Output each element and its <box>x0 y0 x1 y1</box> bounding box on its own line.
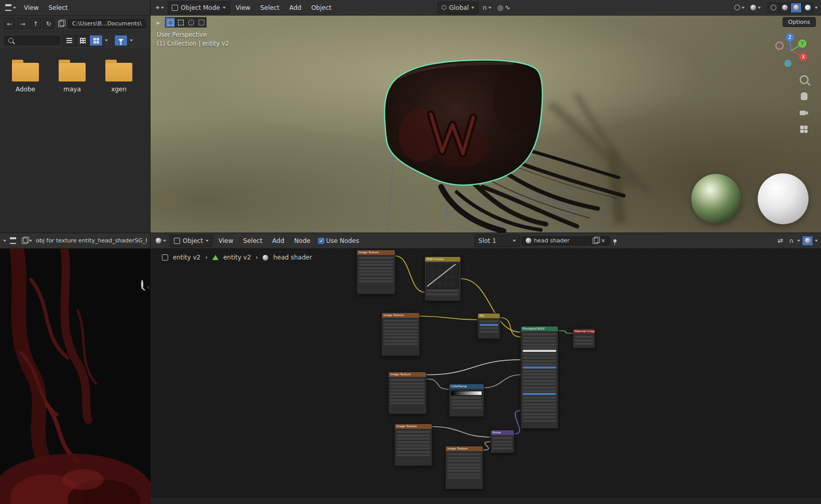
pin-button[interactable] <box>611 238 619 243</box>
overlay-toggle-button[interactable] <box>802 236 813 246</box>
unlink-material-icon[interactable]: × <box>601 237 606 244</box>
expand-icon: ▸ <box>157 19 160 26</box>
snap-options-chevron[interactable] <box>797 240 800 242</box>
shading-rendered-button[interactable] <box>802 3 813 13</box>
image-editor-canvas[interactable]: ‹ <box>0 249 150 504</box>
shader-node-image-texture-2[interactable]: Image Texture <box>381 312 420 356</box>
back-button[interactable]: ← <box>4 18 15 29</box>
curve-widget[interactable] <box>427 264 459 289</box>
display-options-chevron[interactable] <box>105 39 108 42</box>
image-editor-panel: obj for texture entity_head_shaderSG_Ba <box>0 233 150 504</box>
shader-node-image-texture-4[interactable]: Image Texture <box>394 424 432 466</box>
overlay-options-chevron[interactable] <box>815 240 818 242</box>
menu-object[interactable]: Object <box>307 3 336 13</box>
node-row <box>523 410 556 412</box>
shader-node-principled-bsdf[interactable]: Principled BSDF <box>521 326 558 429</box>
menu-select[interactable]: Select <box>44 3 72 13</box>
zoom-tool-button[interactable] <box>798 74 810 85</box>
shader-node-image-texture-3[interactable]: Image Texture <box>388 372 427 414</box>
show-gizmo-toggle[interactable] <box>732 4 747 11</box>
menu-add[interactable]: Add <box>285 3 305 13</box>
display-thumbnail-button[interactable] <box>89 35 103 46</box>
camera-view-button[interactable] <box>798 107 810 118</box>
image-select-button[interactable] <box>20 237 34 245</box>
create-directory-button[interactable] <box>56 20 66 28</box>
viewport-scene[interactable]: User Perspective (1) Collection | entity… <box>150 16 821 233</box>
zoom-icon <box>800 75 809 84</box>
toolbar-expand-button[interactable]: ▸ <box>154 18 163 27</box>
menu-select[interactable]: Select <box>256 3 283 13</box>
shader-node-color-ramp[interactable]: ColorRamp <box>449 384 484 417</box>
node-row <box>523 370 556 372</box>
editor-type-button[interactable]: ⌖ <box>154 3 166 12</box>
path-field[interactable]: C:\Users\B...Documents\ <box>68 19 146 29</box>
pin-icon <box>613 239 617 242</box>
mode-select[interactable]: Object Mode <box>168 2 230 14</box>
shading-options-chevron[interactable] <box>815 7 818 9</box>
menu-view[interactable]: View <box>214 236 237 246</box>
select-lasso-button[interactable] <box>196 17 207 28</box>
menu-node[interactable]: Node <box>290 236 314 246</box>
viewport-nav-icons <box>798 74 810 135</box>
color-ramp-widget[interactable] <box>451 391 482 396</box>
image-editor-menu-button[interactable] <box>8 236 18 245</box>
node-canvas[interactable]: Image TextureRGB CurvesImage TextureMixP… <box>150 249 821 497</box>
navigation-gizmo[interactable]: Z Y X <box>772 31 810 71</box>
node-row <box>396 431 430 433</box>
material-datablock-field[interactable]: head shader × <box>522 236 610 246</box>
pan-tool-button[interactable] <box>798 90 810 102</box>
copy-material-icon[interactable] <box>593 238 598 244</box>
orthographic-toggle-button[interactable] <box>798 124 810 135</box>
slot-select[interactable]: Slot 1 <box>474 235 520 247</box>
shader-node-rgb-curves[interactable]: RGB Curves <box>425 256 461 301</box>
shading-solid-button[interactable] <box>779 3 790 13</box>
filter-options-chevron[interactable] <box>130 39 133 42</box>
region-collapse-arrow[interactable]: ‹ <box>147 284 149 291</box>
shader-type-select[interactable]: Object <box>170 235 213 247</box>
menu-view[interactable]: View <box>20 3 43 13</box>
breadcrumb-mesh[interactable]: entity v2 <box>223 254 251 261</box>
use-nodes-checkbox[interactable]: ✓ Use Nodes <box>316 236 361 246</box>
shader-node-image-texture-5[interactable]: Image Texture <box>445 446 483 489</box>
breadcrumb: entity v2 › entity v2 › head shader <box>162 254 312 261</box>
display-vertical-list-button[interactable] <box>62 35 76 46</box>
zoom-icon <box>141 280 143 289</box>
shader-node-bump[interactable]: Bump <box>490 430 514 453</box>
shader-node-mix[interactable]: Mix <box>477 313 500 339</box>
node-row <box>359 264 393 266</box>
overlays-toggle[interactable] <box>748 4 763 11</box>
breadcrumb-object[interactable]: entity v2 <box>173 254 200 261</box>
select-box-button[interactable] <box>175 17 186 28</box>
breadcrumb-material[interactable]: head shader <box>273 254 312 261</box>
forward-button[interactable]: → <box>17 18 28 29</box>
shading-material-button[interactable] <box>790 3 802 13</box>
shader-editor-header: Object View Select Add Node ✓ Use Nodes … <box>150 233 821 249</box>
folder-item-xgen[interactable]: xgen <box>101 59 137 93</box>
image-zoom-button[interactable] <box>141 281 143 288</box>
shading-wireframe-button[interactable] <box>768 3 779 13</box>
menu-view[interactable]: View <box>231 3 254 13</box>
select-tweak-button[interactable] <box>165 17 175 28</box>
menu-add[interactable]: Add <box>268 236 289 246</box>
folder-item-maya[interactable]: maya <box>54 59 90 93</box>
editor-corner-chevron[interactable] <box>3 240 6 242</box>
editor-type-button[interactable] <box>154 237 168 244</box>
proportional-edit-toggle[interactable]: ◎ ∿ <box>495 3 512 12</box>
transform-orientation-select[interactable]: ⬡ Global <box>437 2 479 14</box>
search-input[interactable] <box>4 36 60 45</box>
editor-type-button[interactable] <box>3 3 18 12</box>
filter-button[interactable] <box>114 35 128 46</box>
folder-item-adobe[interactable]: Adobe <box>7 59 44 93</box>
shader-node-image-texture-1[interactable]: Image Texture <box>357 250 395 294</box>
node-magnet-toggle[interactable]: ∩ <box>787 237 796 245</box>
refresh-button[interactable]: ↻ <box>43 18 54 29</box>
up-button[interactable]: ↑ <box>30 18 41 29</box>
display-horizontal-list-button[interactable] <box>76 35 89 46</box>
menu-select[interactable]: Select <box>239 236 267 246</box>
select-circle-button[interactable] <box>186 17 196 28</box>
node-row <box>523 373 556 375</box>
options-button[interactable]: Options <box>783 17 816 27</box>
snap-toggle[interactable]: ∩ <box>480 4 494 12</box>
snap-node-toggle[interactable]: ⇄ <box>775 236 785 245</box>
shader-node-material-output[interactable]: Material Output <box>572 329 595 348</box>
